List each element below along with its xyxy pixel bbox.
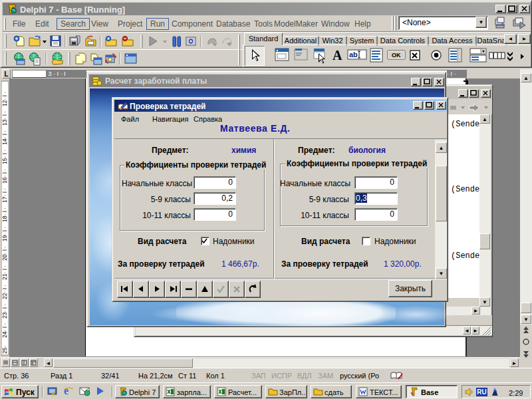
- svg-text:23· I ·: 23· I ·: [1, 304, 8, 319]
- svg-text:15· I ·: 15· I ·: [1, 150, 8, 164]
- svg-text:19· I ·: 19· I ·: [1, 227, 8, 241]
- svg-text:16· I ·: 16· I ·: [1, 169, 8, 184]
- svg-text:ab: ab: [349, 51, 358, 59]
- svg-text:12· I ·: 12· I ·: [1, 92, 8, 106]
- svg-text:18· I ·: 18· I ·: [1, 207, 8, 222]
- svg-text:13· I ·: 13· I ·: [1, 111, 8, 126]
- svg-text:A: A: [332, 48, 342, 63]
- svg-text:e: e: [64, 386, 68, 396]
- svg-text:21· I ·: 21· I ·: [1, 265, 8, 280]
- svg-text:22· I ·: 22· I ·: [1, 285, 8, 299]
- svg-text:14· I ·: 14· I ·: [1, 130, 8, 145]
- svg-text:OK: OK: [392, 52, 401, 59]
- svg-text:17· I ·: 17· I ·: [1, 188, 8, 203]
- svg-text:25·: 25·: [1, 346, 8, 354]
- svg-text:24· I ·: 24· I ·: [1, 323, 8, 338]
- svg-text:20· I ·: 20· I ·: [1, 246, 8, 261]
